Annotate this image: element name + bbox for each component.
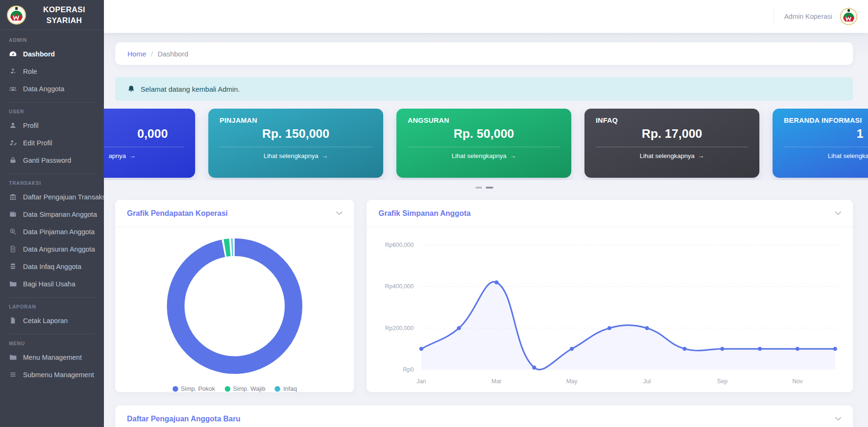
brand-title-line1: KOPERASI [31, 4, 97, 15]
legend-item-infaq[interactable]: Infaq [275, 385, 297, 392]
alert-text: Selamat datang kembali Admin. [141, 85, 240, 93]
legend-dot-icon [225, 386, 230, 392]
legend-item-simp-wajib[interactable]: Simp. Wajib [225, 385, 266, 392]
legend-label: Simp. Wajib [233, 385, 266, 392]
stat-card-divider [104, 147, 184, 147]
brand[interactable]: KOPERASI SYARIAH [0, 0, 104, 30]
sidebar-item-profil[interactable]: Profil [0, 117, 104, 134]
welcome-alert: Selamat datang kembali Admin. [115, 77, 853, 101]
avatar[interactable] [840, 8, 858, 25]
see-more-link[interactable]: Lihat selengkapnya→ [208, 152, 383, 159]
stat-card-label [104, 116, 184, 125]
stat-card-label: PINJAMAN [220, 116, 372, 125]
user-name[interactable]: Admin Koperasi [784, 13, 832, 20]
sidebar-item-data-pinjaman-anggota[interactable]: Data Pinjaman Anggota [0, 223, 104, 240]
stat-card-pinjaman[interactable]: PINJAMANRp. 150,000Lihat selengkapnya→ [208, 109, 383, 178]
user-icon [9, 121, 17, 129]
see-more-label: apnya [109, 152, 126, 159]
sidebar-item-label: Ganti Password [23, 157, 71, 164]
charts-row: Grafik Pendapatan Koperasi Simp. PokokSi… [115, 200, 853, 392]
bell-icon [127, 85, 135, 93]
sidebar-item-label: Data Anggota [23, 85, 64, 93]
arrow-right-icon: → [510, 152, 516, 159]
sidebar-item-label: Profil [23, 122, 39, 129]
brand-title: KOPERASI SYARIAH [31, 4, 97, 25]
sidebar-section-transaksi: TRANSAKSIDaftar Pengajuan TransaksiData … [8, 174, 95, 293]
donut-chart [165, 237, 304, 378]
user-edit-icon [9, 139, 17, 147]
stat-card-label: BERANDA INFORMASI [784, 116, 868, 125]
stat-card-carousel: 0,000apnya→PINJAMANRp. 150,000Lihat sele… [104, 109, 868, 180]
gauge-icon [9, 50, 17, 58]
stat-card-value: Rp. 150,000 [208, 127, 383, 141]
chevron-down-icon[interactable] [835, 417, 841, 421]
sidebar-item-daftar-pengajuan-transaksi[interactable]: Daftar Pengajuan Transaksi [0, 188, 104, 206]
breadcrumb-home-link[interactable]: Home [127, 50, 146, 58]
donut-card-header: Grafik Pendapatan Koperasi [115, 200, 354, 227]
stat-card-value: 0,000 [104, 127, 195, 141]
sidebar-section-admin: ADMINDashbordRoleData Anggota [0, 30, 104, 97]
donut-chart-card: Grafik Pendapatan Koperasi Simp. PokokSi… [115, 200, 354, 392]
sidebar-item-label: Bagi Hasil Usaha [23, 280, 75, 288]
chevron-down-icon[interactable] [835, 211, 841, 215]
sidebar-item-label: Role [23, 68, 37, 75]
sidebar-item-role[interactable]: Role [0, 63, 104, 80]
users-gear-icon [9, 67, 17, 75]
sidebar-item-label: Daftar Pengajuan Transaksi [23, 193, 104, 201]
donut-chart-body: Simp. PokokSimp. WajibInfaq [115, 227, 354, 392]
sidebar-item-dashbord[interactable]: Dashbord [0, 45, 104, 63]
sidebar-item-submenu-management[interactable]: Submenu Management [0, 366, 104, 383]
bottom-card-header: Daftar Pengajuan Anggota Baru [115, 405, 853, 427]
sidebar-item-label: Data Pinjaman Anggota [23, 228, 95, 236]
stat-card-infaq[interactable]: INFAQRp. 17,000Lihat selengkapnya→ [584, 109, 759, 178]
breadcrumb-separator: / [151, 50, 153, 58]
sidebar-item-label: Submenu Management [23, 371, 94, 379]
sidebar-section-label: LAPORAN [0, 298, 104, 312]
svg-text:Rp0: Rp0 [403, 366, 414, 373]
bank-icon [9, 193, 17, 201]
see-more-link[interactable]: Lihat selengkapnya→ [584, 152, 759, 159]
chevron-down-icon[interactable] [336, 211, 342, 215]
see-more-link[interactable]: Lihat selengkapnya→ [773, 152, 868, 159]
sidebar-item-data-anggota[interactable]: Data Anggota [0, 80, 104, 97]
line-chart-title: Grafik Simpanan Anggota [379, 209, 471, 218]
arrow-right-icon: → [129, 152, 136, 159]
see-more-link[interactable]: apnya→ [104, 152, 195, 159]
sidebar-item-data-angsuran-anggota[interactable]: Data Angsuran Anggota [0, 240, 104, 258]
file-invoice-icon [9, 245, 17, 253]
sidebar-item-label: Data Angsuran Anggota [23, 245, 95, 253]
svg-text:Jul: Jul [643, 378, 651, 385]
koperasi-logo-icon [7, 5, 26, 25]
sidebar-item-bagi-hasil-usaha[interactable]: Bagi Hasil Usaha [0, 275, 104, 293]
carousel-dot[interactable] [486, 187, 493, 189]
line-card-header: Grafik Simpanan Anggota [367, 200, 853, 227]
brand-title-line2: SYARIAH [31, 15, 97, 25]
sidebar-item-data-simpanan-anggota[interactable]: Data Simpanan Anggota [0, 206, 104, 223]
stat-card-angsuran[interactable]: ANGSURANRp. 50,000Lihat selengkapnya→ [396, 109, 571, 178]
stat-card-simpanan-partial[interactable]: 0,000apnya→ [104, 109, 195, 178]
line-chart: Rp0Rp200,000Rp400,000Rp600,000JanMarMayJ… [367, 227, 853, 392]
carousel-dot[interactable] [475, 187, 482, 189]
stat-card-label: ANGSURAN [408, 116, 560, 125]
topbar-divider [773, 8, 774, 24]
sidebar-section-label: ADMIN [0, 31, 104, 45]
breadcrumb: Home / Dashbord [115, 42, 853, 65]
legend-dot-icon [173, 386, 178, 392]
sidebar-item-data-infaq-anggota[interactable]: Data Infaq Anggota [0, 258, 104, 275]
svg-text:Rp600,000: Rp600,000 [385, 242, 414, 248]
see-more-label: Lihat selengkapnya [640, 152, 694, 159]
see-more-link[interactable]: Lihat selengkapnya→ [396, 152, 571, 159]
users-icon [9, 85, 17, 93]
sidebar-item-cetak-laporan[interactable]: Cetak Laporan [0, 312, 104, 329]
stat-card-divider [596, 147, 748, 147]
donut-legend: Simp. PokokSimp. WajibInfaq [173, 385, 297, 392]
sidebar-section-label: MENU [0, 334, 104, 348]
sidebar-item-menu-management[interactable]: Menu Management [0, 348, 104, 366]
stat-card-beranda-informasi[interactable]: BERANDA INFORMASI1Lihat selengkapnya→ [773, 109, 868, 178]
sidebar-item-ganti-password[interactable]: Ganti Password [0, 151, 104, 169]
sidebar-item-edit-profil[interactable]: Edit Profil [0, 134, 104, 151]
legend-item-simp-pokok[interactable]: Simp. Pokok [173, 385, 215, 392]
sidebar-item-label: Dashbord [23, 50, 55, 58]
main-area: Admin Koperasi Home / Dashbord Selamat d… [104, 0, 868, 427]
coins-icon [9, 262, 17, 270]
